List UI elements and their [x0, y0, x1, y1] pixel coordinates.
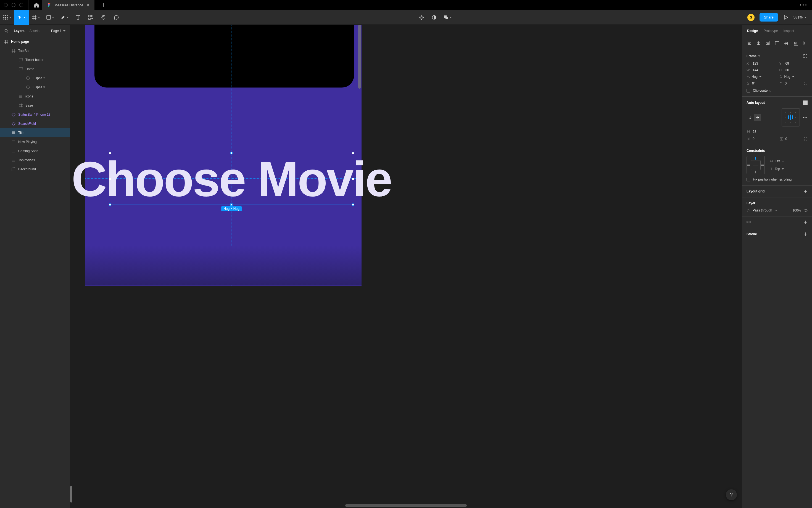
layer-ellipse-2[interactable]: Ellipse 2 [0, 74, 70, 83]
fit-icon[interactable] [803, 54, 808, 58]
resize-w-dropdown[interactable]: Hug [746, 75, 775, 79]
overflow-menu-icon[interactable] [799, 4, 807, 6]
layer-ticket-button[interactable]: Ticket button [0, 55, 70, 64]
gap-field[interactable]: 63 [746, 130, 808, 134]
resize-handle[interactable] [352, 204, 354, 206]
alignment-box[interactable] [782, 108, 800, 126]
direction-horizontal[interactable] [754, 114, 761, 121]
constraints-title: Constraints [746, 149, 765, 153]
clip-content-checkbox[interactable]: Clip content [746, 89, 808, 92]
user-avatar[interactable]: S [747, 14, 755, 21]
resize-handle[interactable] [352, 178, 354, 180]
move-tool[interactable] [14, 10, 29, 25]
layer-coming-soon[interactable]: Coming Soon [0, 146, 70, 156]
close-icon[interactable] [87, 4, 89, 6]
layer-icons[interactable]: icons [0, 92, 70, 101]
component-tool[interactable] [415, 10, 428, 25]
traffic-close[interactable] [4, 3, 8, 7]
assets-tab[interactable]: Assets [30, 29, 40, 33]
pen-tool[interactable] [57, 10, 72, 25]
resize-handle[interactable] [109, 152, 111, 154]
independent-corners-icon[interactable] [804, 81, 808, 85]
fix-position-checkbox[interactable]: Fix position when scrolling [746, 177, 808, 181]
align-right-icon[interactable] [765, 41, 770, 46]
layer-background[interactable]: Background [0, 165, 70, 174]
layer-title[interactable]: Title [0, 128, 70, 137]
home-icon[interactable] [33, 2, 40, 8]
padding-v-field[interactable]: 0 [779, 137, 808, 141]
tab-prototype[interactable]: Prototype [764, 29, 778, 33]
resize-handle[interactable] [230, 204, 233, 206]
traffic-min[interactable] [12, 3, 15, 7]
boolean-tool[interactable] [441, 10, 455, 25]
comment-tool[interactable] [110, 10, 123, 25]
search-icon[interactable] [4, 29, 8, 33]
zoom-control[interactable]: 581% [794, 15, 807, 19]
main-menu-button[interactable] [0, 10, 14, 25]
blend-mode-value[interactable]: Pass through [753, 208, 772, 212]
canvas-scrollbar-h[interactable] [345, 504, 467, 507]
canvas[interactable]: Choose Movie Hug × Hug [70, 25, 742, 508]
layer-now-playing[interactable]: Now Playing [0, 137, 70, 146]
resize-h-dropdown[interactable]: Hug [779, 75, 808, 79]
tab-inspect[interactable]: Inspect [783, 29, 794, 33]
visibility-icon[interactable] [804, 208, 808, 212]
constraint-diagram[interactable] [746, 156, 765, 174]
share-button[interactable]: Share [760, 13, 778, 22]
inner-scrollbar[interactable] [358, 25, 361, 89]
autolayout-more-icon[interactable] [803, 117, 808, 118]
shape-tool[interactable] [43, 10, 57, 25]
help-button[interactable]: ? [726, 489, 737, 500]
layer-ellipse-3[interactable]: Ellipse 3 [0, 83, 70, 92]
layer-tab-bar[interactable]: Tab Bar [0, 46, 70, 55]
add-stroke-icon[interactable] [804, 232, 808, 236]
resize-handle[interactable] [109, 178, 111, 180]
opacity-value[interactable]: 100% [793, 208, 801, 212]
align-top-icon[interactable] [774, 41, 779, 46]
add-layout-grid-icon[interactable] [804, 189, 808, 193]
layer-top-movies[interactable]: Top movies [0, 156, 70, 165]
padding-h-field[interactable]: 0 [746, 137, 775, 141]
add-fill-icon[interactable] [804, 220, 808, 224]
align-distribute-icon[interactable] [803, 41, 808, 46]
rotation-field[interactable]: 0° [746, 81, 775, 85]
resize-handle[interactable] [352, 152, 354, 154]
radius-field[interactable]: 0 [779, 81, 808, 85]
resources-tool[interactable] [84, 10, 97, 25]
frame-section-title[interactable]: Frame [746, 54, 757, 58]
file-tab[interactable]: Measure Distance [42, 0, 94, 10]
hand-tool[interactable] [97, 10, 110, 25]
traffic-max[interactable] [19, 3, 23, 7]
layer-home[interactable]: Home [0, 64, 70, 74]
align-bottom-icon[interactable] [793, 41, 798, 46]
text-tool[interactable] [72, 10, 84, 25]
independent-padding-icon[interactable] [804, 137, 808, 141]
panel-resize-handle[interactable] [70, 486, 72, 503]
tab-design[interactable]: Design [747, 29, 758, 33]
remove-autolayout-icon[interactable] [803, 100, 808, 105]
constraint-v-dropdown[interactable]: Top [770, 167, 808, 171]
page-selector[interactable]: Page 1 [51, 29, 66, 33]
constraint-h-dropdown[interactable]: Left [770, 159, 808, 163]
layout-grid-title: Layout grid [746, 189, 765, 193]
frame-tool[interactable] [29, 10, 43, 25]
selection-bounds[interactable]: Choose Movie Hug × Hug [110, 153, 353, 205]
layer-statusbar[interactable]: StatusBar / iPhone 13 [0, 110, 70, 119]
layer-base[interactable]: Base [0, 101, 70, 110]
align-vcenter-icon[interactable] [784, 41, 789, 46]
align-left-icon[interactable] [746, 41, 752, 46]
w-field[interactable]: W144 [746, 68, 775, 72]
mask-tool[interactable] [428, 10, 441, 25]
layer-home-page[interactable]: Home page [0, 37, 70, 46]
resize-handle[interactable] [230, 152, 233, 154]
present-icon[interactable] [783, 15, 788, 20]
x-field[interactable]: X123 [746, 61, 775, 66]
resize-handle[interactable] [109, 204, 111, 206]
y-field[interactable]: Y69 [779, 61, 808, 66]
align-hcenter-icon[interactable] [756, 41, 761, 46]
h-field[interactable]: H30 [779, 68, 808, 72]
layers-tab[interactable]: Layers [14, 29, 25, 33]
direction-vertical[interactable] [746, 114, 754, 121]
new-tab-icon[interactable] [102, 3, 106, 7]
layer-searchfield[interactable]: SearchField [0, 119, 70, 128]
